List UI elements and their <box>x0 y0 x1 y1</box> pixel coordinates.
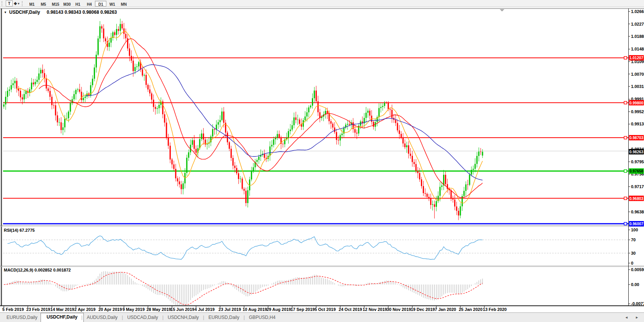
toolbar-drag-handle[interactable] <box>2 1 4 6</box>
candlestick <box>196 149 197 153</box>
toolbar-drag-handle[interactable] <box>22 1 24 6</box>
timeframe-button-h4[interactable]: H4 <box>83 1 95 7</box>
timeframe-button-m1[interactable]: M1 <box>26 1 37 7</box>
candlestick <box>460 206 461 215</box>
rsi-axis-tick: 30 <box>631 251 636 255</box>
price-axis-tick: 1.02660 <box>631 9 644 14</box>
candlestick <box>469 175 470 185</box>
candlestick <box>288 131 289 138</box>
chart-tab-eurusd-daily[interactable]: EURUSD,Daily <box>0 314 44 321</box>
level-line-anchor-square[interactable] <box>624 197 627 200</box>
candlestick <box>458 211 459 215</box>
candlestick <box>236 168 237 173</box>
candlestick <box>450 190 452 199</box>
level-line-anchor-square[interactable] <box>624 170 627 172</box>
timeframe-button-m15[interactable]: M15 <box>49 1 60 7</box>
candlestick <box>245 191 246 203</box>
tab-scroll-left-icon[interactable]: ◄ <box>625 315 631 319</box>
level-line-anchor-square[interactable] <box>624 101 627 104</box>
candlestick <box>60 122 62 130</box>
timeframe-button-w1[interactable]: W1 <box>106 1 118 7</box>
level-line-anchor-square[interactable] <box>624 137 627 139</box>
level-line-anchor-square[interactable] <box>624 57 627 59</box>
price-axis-tick: 0.97950 <box>631 159 644 164</box>
candlestick <box>397 123 398 130</box>
candlestick <box>432 204 433 205</box>
candlestick <box>96 55 97 67</box>
candlestick <box>282 144 284 144</box>
candlestick <box>155 107 156 109</box>
date-axis-label: 7 Jan 2020 <box>435 307 456 312</box>
chart-canvas[interactable]: 1.026601.022701.018801.014801.010901.007… <box>0 0 644 322</box>
tab-scroll-right-icon[interactable]: ► <box>635 315 642 319</box>
candlestick <box>13 83 14 85</box>
price-level-label: 0.96007 <box>629 222 644 226</box>
timeframe-button-mn[interactable]: MN <box>118 1 129 7</box>
chart-tab-audusd-daily[interactable]: AUDUSD,Daily <box>80 314 124 321</box>
candlestick <box>318 101 319 112</box>
candlestick <box>101 26 102 29</box>
chart-tab-usdcad-daily[interactable]: USDCAD,Daily <box>121 314 165 321</box>
candlestick <box>292 125 293 129</box>
timeframe-button-m30[interactable]: M30 <box>60 1 72 7</box>
candlestick <box>14 81 15 83</box>
candlestick <box>59 122 60 123</box>
date-axis-label: 10 Aug 2019 <box>243 307 267 312</box>
rsi-axis-tick: 70 <box>631 237 636 242</box>
candlestick <box>142 69 143 75</box>
chart-tab-usdcnh-daily[interactable]: USDCNH,Daily <box>161 314 205 321</box>
timeframe-button-m5[interactable]: M5 <box>37 1 49 7</box>
timeframe-button-d1[interactable]: D1 <box>95 1 106 7</box>
candlestick <box>143 75 145 76</box>
candlestick <box>403 138 404 143</box>
candlestick <box>421 179 422 186</box>
candlestick <box>419 173 420 180</box>
date-axis-label: 23 Jul 2019 <box>218 307 241 312</box>
price-axis-tick: 1.02270 <box>631 22 644 26</box>
candlestick <box>223 112 224 123</box>
candlestick <box>109 42 110 47</box>
candlestick <box>251 171 252 179</box>
candlestick <box>367 111 368 113</box>
candlestick <box>386 103 387 103</box>
candlestick <box>399 130 400 134</box>
candlestick <box>467 184 468 185</box>
date-axis-label: 25 Jan 2020 <box>459 307 483 312</box>
candlestick <box>158 105 160 108</box>
candlestick <box>240 179 241 179</box>
candlestick <box>264 154 265 158</box>
chart-tab-usdchf-daily[interactable]: USDCHF,Daily <box>41 313 84 322</box>
candlestick <box>214 129 215 130</box>
candlestick <box>332 124 333 127</box>
macd-label: MACD(12,26,9) 0.002852 0.001872 <box>4 268 71 272</box>
candlestick <box>253 167 254 171</box>
candlestick <box>271 145 272 146</box>
candlestick <box>68 112 69 118</box>
candlestick <box>118 29 119 31</box>
rsi-line <box>8 236 483 260</box>
candlestick <box>157 108 158 109</box>
candlestick <box>33 83 34 85</box>
candlestick <box>103 29 104 39</box>
candlestick <box>310 106 311 107</box>
cursor-tool-button[interactable]: ✥ ▾ <box>13 0 20 7</box>
candlestick <box>162 101 163 114</box>
chart-tab-eurusd-daily[interactable]: EURUSD,Daily <box>202 314 246 321</box>
scroll-position-marker-icon[interactable] <box>500 9 504 11</box>
candlestick <box>404 143 406 147</box>
timeframe-button-h1[interactable]: H1 <box>72 1 83 7</box>
candlestick <box>382 106 383 107</box>
text-tool-button[interactable]: T <box>6 0 13 7</box>
level-line-anchor-square[interactable] <box>624 223 627 225</box>
candlestick <box>307 112 308 117</box>
candlestick <box>339 135 341 140</box>
candlestick <box>220 120 221 122</box>
candlestick <box>341 133 342 135</box>
candlestick <box>79 89 80 92</box>
candlestick <box>334 127 335 132</box>
candlestick <box>125 34 126 39</box>
chart-tab-gbpusd-h4[interactable]: GBPUSD,H4 <box>243 314 282 321</box>
top-toolbar: T ✥ ▾ M1M5M15M30H1H4D1W1MN <box>0 0 644 7</box>
candlestick <box>36 80 37 82</box>
macd-signal-line <box>4 272 483 305</box>
